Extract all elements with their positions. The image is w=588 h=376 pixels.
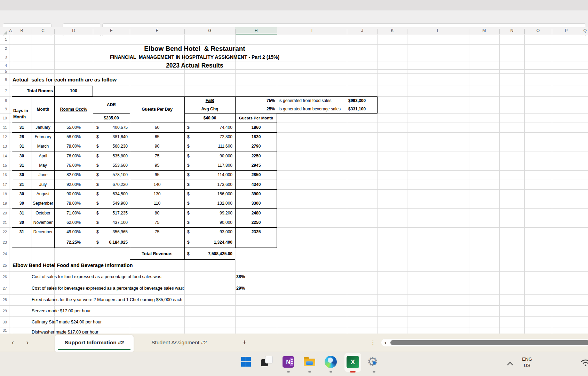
cell-adr-revenue[interactable]: 437,100: [97, 218, 128, 227]
total-revenue-value[interactable]: 7,508,425.00: [190, 248, 232, 260]
cell-days[interactable]: 28: [12, 132, 32, 142]
cell-guests-day[interactable]: 110: [130, 199, 184, 208]
cell-occupancy[interactable]: 58.00%: [54, 132, 93, 142]
header-days-line1[interactable]: Days in: [13, 108, 32, 113]
row-header-5[interactable]: 5: [0, 69, 7, 73]
cell-adr-revenue[interactable]: 578,100: [97, 170, 128, 180]
row-header-10[interactable]: 10: [0, 113, 7, 123]
cell-adr-revenue[interactable]: 400,675: [97, 123, 128, 132]
column-header-N[interactable]: N: [499, 27, 524, 34]
info-fixed-salaries[interactable]: Fixed salaries for the year were 2 Manag…: [32, 294, 247, 305]
row-header-17[interactable]: 17: [0, 180, 7, 189]
header-avg-chq[interactable]: Avg Chq: [184, 105, 235, 113]
header-chq-rate[interactable]: $40.00: [184, 113, 235, 123]
cell-fnb-revenue[interactable]: 156,000: [193, 189, 232, 199]
total-rooms-label[interactable]: Total Rooms: [12, 86, 53, 96]
cell-adr-revenue[interactable]: 535,800: [97, 151, 128, 161]
cell-guests-month[interactable]: 2480: [235, 208, 277, 218]
info-bev-cost-text[interactable]: Cost of sales for beverages expressed as…: [32, 283, 233, 294]
cell-occupancy[interactable]: 55.00%: [54, 123, 93, 132]
cell-guests-month[interactable]: 2250: [235, 151, 277, 161]
column-header-I[interactable]: I: [277, 27, 347, 34]
cell-month[interactable]: November: [32, 218, 54, 227]
info-heading[interactable]: Elbow Bend Hotel Food and Beverage Infor…: [13, 260, 228, 271]
intro-line[interactable]: Actual sales for each month are as follo…: [13, 74, 193, 85]
language-indicator-top[interactable]: ENG: [519, 357, 535, 362]
cell-adr-revenue[interactable]: 549,900: [97, 199, 128, 208]
cell-fnb-revenue[interactable]: 132,000: [193, 199, 232, 208]
column-header-L[interactable]: L: [407, 27, 469, 34]
cell-occupancy[interactable]: 78.00%: [54, 142, 93, 151]
header-guests-per-month[interactable]: Guests Per Month: [235, 113, 277, 123]
cell-guests-day[interactable]: 140: [130, 180, 184, 189]
cell-fnb-revenue[interactable]: 173,600: [193, 180, 232, 189]
cell-guests-month[interactable]: 1820: [235, 132, 277, 142]
settings-icon[interactable]: ⚙: [366, 354, 382, 370]
cell-guests-day[interactable]: 75: [130, 218, 184, 227]
row-header-4[interactable]: 4: [0, 62, 7, 69]
row-header-16[interactable]: 16: [0, 170, 7, 180]
cell-days[interactable]: 30: [12, 189, 32, 199]
cell-guests-month[interactable]: 1860: [235, 123, 277, 132]
cell-occupancy[interactable]: 76.00%: [54, 151, 93, 161]
row-header-22[interactable]: 22: [0, 227, 7, 237]
cell-fnb-revenue[interactable]: 99,200: [193, 208, 232, 218]
column-header-H[interactable]: H: [235, 27, 277, 34]
header-month[interactable]: Month: [32, 96, 54, 123]
row-header-19[interactable]: 19: [0, 199, 7, 208]
cell-adr-revenue[interactable]: 553,660: [97, 161, 128, 170]
cell-month[interactable]: June: [32, 170, 54, 180]
total-adr[interactable]: 6,184,025: [97, 237, 128, 248]
row-header-26[interactable]: 26: [0, 271, 7, 283]
cell-month[interactable]: December: [32, 227, 54, 237]
add-sheet-icon[interactable]: +: [239, 334, 250, 352]
select-all-icon[interactable]: [3, 31, 7, 34]
row-header-12[interactable]: 12: [0, 132, 7, 142]
tab-support-information[interactable]: Support Information #2: [55, 335, 134, 352]
total-rooms-value[interactable]: 100: [54, 86, 93, 96]
info-bev-cost-value[interactable]: 29%: [236, 283, 257, 294]
row-header-8[interactable]: 8: [0, 96, 7, 105]
cell-guests-day[interactable]: 60: [130, 123, 184, 132]
cell-days[interactable]: 31: [12, 180, 32, 189]
scroll-left-icon[interactable]: ◂: [384, 339, 386, 346]
cell-occupancy[interactable]: 92.00%: [54, 180, 93, 189]
row-header-21[interactable]: 21: [0, 218, 7, 227]
row-header-14[interactable]: 14: [0, 151, 7, 161]
row-header-28[interactable]: 28: [0, 294, 7, 305]
tab-student-assignment[interactable]: Student Assignment #2: [136, 334, 222, 352]
horizontal-scrollbar-thumb[interactable]: [390, 340, 588, 345]
row-header-31[interactable]: 31: [0, 328, 7, 334]
cell-month[interactable]: March: [32, 142, 54, 151]
cell-month[interactable]: May: [32, 161, 54, 170]
info-food-cost-value[interactable]: 38%: [236, 271, 257, 283]
cell-month[interactable]: September: [32, 199, 54, 208]
cell-month[interactable]: July: [32, 180, 54, 189]
row-header-13[interactable]: 13: [0, 142, 7, 151]
start-icon[interactable]: [238, 354, 254, 370]
fnb-bev-text[interactable]: is generated from beverage sales: [279, 105, 347, 113]
fnb-bev-pct[interactable]: 25%: [235, 105, 275, 113]
sheet-menu-kebab-icon[interactable]: ⋮: [370, 334, 376, 352]
header-adr[interactable]: ADR: [93, 96, 130, 113]
fnb-food-amount[interactable]: $993,300: [348, 96, 377, 105]
cell-fnb-revenue[interactable]: 93,000: [193, 227, 232, 237]
header-adr-rate[interactable]: $235.00: [93, 113, 130, 123]
cell-days[interactable]: 31: [12, 227, 32, 237]
header-fnb[interactable]: F&B: [184, 96, 235, 105]
cell-guests-day[interactable]: 90: [130, 142, 184, 151]
sheet-nav-left-icon[interactable]: ‹: [8, 334, 17, 352]
cell-days[interactable]: 31: [12, 208, 32, 218]
fnb-food-text[interactable]: is generated from food sales: [279, 96, 346, 105]
row-header-3[interactable]: 3: [0, 53, 7, 62]
cell-guests-month[interactable]: 3300: [235, 199, 277, 208]
cell-guests-day[interactable]: 95: [130, 170, 184, 180]
sheet-nav-right-icon[interactable]: ›: [23, 334, 32, 352]
row-header-7[interactable]: 7: [0, 86, 7, 96]
horizontal-scrollbar[interactable]: ◂: [381, 339, 588, 346]
cell-month[interactable]: January: [32, 123, 54, 132]
cell-occupancy[interactable]: 62.00%: [54, 218, 93, 227]
row-header-23[interactable]: 23: [0, 237, 7, 248]
cell-fnb-revenue[interactable]: 111,600: [193, 142, 232, 151]
row-header-24[interactable]: 24: [0, 248, 7, 260]
